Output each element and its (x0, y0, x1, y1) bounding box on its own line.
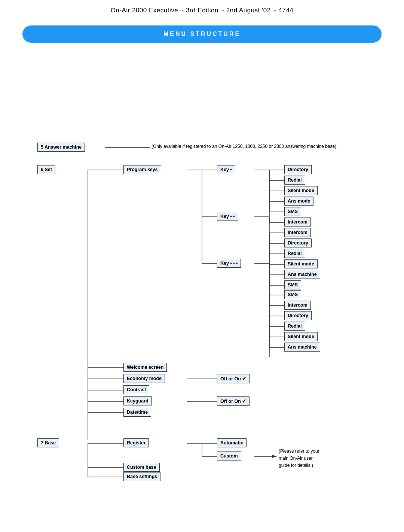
base-settings-box: Base settings (123, 472, 160, 481)
key2-item-1: Directory (284, 238, 312, 247)
custom-box: Custom (217, 452, 241, 460)
answer-machine-note: (Only available if registered to an On-A… (152, 144, 338, 149)
menu-structure-banner: MENU STRUCTURE (22, 25, 382, 43)
key1-item-4: SMS (284, 207, 301, 216)
key3-item-1: Intercom (284, 301, 311, 310)
key3-item-5: Ans machine (284, 343, 320, 352)
custom-base-note: (Please refer to yourmain On-Air usergui… (279, 448, 319, 469)
economy-mode-box: Economy mode (123, 374, 165, 383)
keyguard-value-box: Off or On ✔ (217, 396, 250, 406)
key3-box: Key • • • (217, 259, 241, 268)
svg-marker-52 (272, 455, 277, 458)
datetime-box: Date/time (123, 408, 151, 417)
key1-box: Key • (217, 165, 235, 174)
register-box: Register (123, 438, 149, 447)
key3-item-4: Silent mode (284, 332, 318, 341)
automatic-box: Automatic (217, 438, 247, 447)
keyguard-box: Keyguard (123, 396, 152, 405)
key3-item-0: SMS (284, 290, 301, 299)
answer-machine-box: 5 Answer machine (37, 143, 85, 152)
welcome-screen-box: Welcome screen (123, 363, 167, 372)
key1-item-5: Intercom (284, 218, 311, 227)
program-keys-box: Program keys (123, 165, 161, 174)
key1-item-1: Redial (284, 176, 305, 185)
base-box: 7 Base (37, 438, 59, 447)
key1-item-3: Ans mode (284, 197, 313, 206)
key2-item-4: Ans machine (284, 270, 320, 279)
key1-item-0: Directory (284, 165, 312, 174)
key3-item-3: Redial (284, 322, 305, 331)
custom-base-box: Custom base (123, 463, 160, 472)
key2-item-2: Redial (284, 249, 305, 258)
key2-item-5: SMS (284, 280, 301, 289)
key2-item-0: Intercom (284, 228, 311, 237)
set-box: 6 Set (37, 165, 55, 174)
key2-item-3: Silent mode (284, 259, 318, 268)
contrast-box: Contrast (123, 385, 149, 394)
key3-item-2: Directory (284, 311, 312, 320)
economy-value-box: Off or On ✔ (217, 374, 250, 383)
page-header: On-Air 2000 Executive ~ 3rd Edition ~ 2n… (0, 0, 404, 18)
key2-box: Key • • (217, 212, 238, 221)
key1-item-2: Silent mode (284, 186, 318, 195)
